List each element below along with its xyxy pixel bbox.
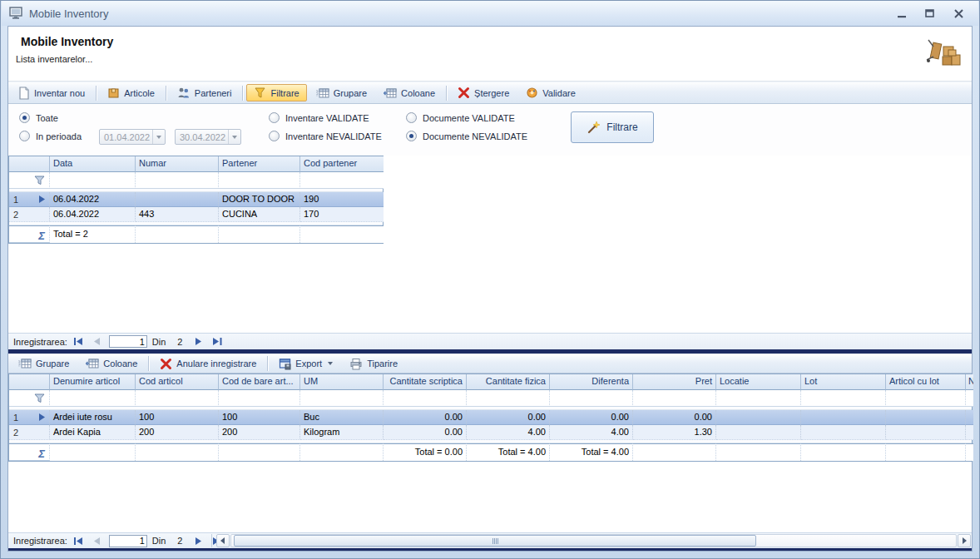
articles-button[interactable]: Articole xyxy=(100,84,162,101)
partners-button[interactable]: Parteneri xyxy=(170,84,240,101)
radio-in-perioada[interactable]: In perioada xyxy=(19,131,82,141)
cell-numar[interactable]: 443 xyxy=(136,207,219,222)
chevron-down-icon[interactable] xyxy=(228,130,240,144)
column-header[interactable]: Cod articol xyxy=(136,374,219,390)
cell-diferenta[interactable]: 4.00 xyxy=(550,425,633,440)
radio-documente-nevalidate[interactable]: Documente NEVALIDATE xyxy=(406,131,527,141)
filter-cell[interactable] xyxy=(219,390,300,407)
filter-cell[interactable] xyxy=(384,390,467,407)
table-row[interactable]: 1 Ardei iute rosu 100 100 Buc 0.00 0.00 … xyxy=(9,410,972,425)
group-button[interactable]: Grupare xyxy=(309,84,374,101)
column-header[interactable]: Diferenta xyxy=(550,374,633,390)
column-header[interactable]: Locatie xyxy=(716,374,801,390)
cell-cod-partener[interactable]: 170 xyxy=(300,207,384,222)
print-button[interactable]: Tiparire xyxy=(342,355,405,373)
filter-cell[interactable] xyxy=(136,390,219,407)
cell-articol-cu-lot[interactable] xyxy=(886,410,966,425)
scroll-left-icon[interactable] xyxy=(216,534,230,547)
filter-cell[interactable] xyxy=(886,390,966,407)
scroll-right-icon[interactable] xyxy=(958,534,971,547)
first-record-icon[interactable] xyxy=(72,336,86,348)
column-header[interactable]: Numar xyxy=(136,156,219,172)
filter-cell[interactable] xyxy=(716,390,801,407)
cell-partener[interactable]: CUCINA xyxy=(219,207,300,222)
cell-locatie[interactable] xyxy=(716,410,801,425)
next-record-icon[interactable] xyxy=(192,535,205,547)
column-header[interactable]: Cantitate fizica xyxy=(467,374,550,390)
previous-record-icon[interactable] xyxy=(91,336,104,348)
cell-lot[interactable] xyxy=(801,410,886,425)
cell-cantitate-scriptica[interactable]: 0.00 xyxy=(384,410,467,425)
radio-inventare-validate[interactable]: Inventare VALIDATE xyxy=(269,112,369,123)
column-header[interactable]: UM xyxy=(300,374,384,390)
record-number-input[interactable] xyxy=(109,335,147,348)
first-record-icon[interactable] xyxy=(72,535,86,547)
minimize-icon[interactable] xyxy=(895,7,908,19)
radio-documente-validate[interactable]: Documente VALIDATE xyxy=(406,112,515,123)
table-row[interactable]: 1 06.04.2022 DOOR TO DOOR 190 xyxy=(9,192,383,207)
cell-n[interactable] xyxy=(966,410,973,425)
chevron-down-icon[interactable] xyxy=(152,130,165,144)
cell-um[interactable]: Buc xyxy=(300,410,384,425)
column-header[interactable]: Data xyxy=(50,156,136,172)
column-header[interactable]: Pret xyxy=(633,374,716,390)
column-header[interactable]: Denumire articol xyxy=(50,374,136,390)
filter-cell[interactable] xyxy=(966,390,973,407)
cell-numar[interactable] xyxy=(136,192,219,207)
cell-cod-articol[interactable]: 100 xyxy=(136,410,219,425)
column-header[interactable]: Partener xyxy=(219,156,300,172)
filter-cell[interactable] xyxy=(219,172,300,189)
cell-articol-cu-lot[interactable] xyxy=(886,425,966,440)
export-dropdown-icon[interactable] xyxy=(328,362,333,365)
last-record-icon[interactable] xyxy=(210,336,224,348)
filter-button[interactable]: Filtrare xyxy=(246,84,306,101)
table-row[interactable]: 2 06.04.2022 443 CUCINA 170 xyxy=(9,207,383,222)
table-row[interactable]: 2 Ardei Kapia 200 200 Kilogram 0.00 4.00… xyxy=(9,425,972,440)
radio-toate[interactable]: Toate xyxy=(19,112,58,123)
delete-button[interactable]: Ștergere xyxy=(450,84,517,101)
cell-cod-articol[interactable]: 200 xyxy=(136,425,219,440)
radio-inventare-nevalidate[interactable]: Inventare NEVALIDATE xyxy=(269,131,382,141)
cell-lot[interactable] xyxy=(801,425,886,440)
apply-filter-button[interactable]: Filtrare xyxy=(571,111,654,143)
filter-cell[interactable] xyxy=(801,390,886,407)
cell-cod-bare[interactable]: 100 xyxy=(219,410,300,425)
date-from-combo[interactable]: 01.04.2022 xyxy=(99,129,166,145)
filter-cell[interactable] xyxy=(467,390,550,407)
export-button[interactable]: Export xyxy=(271,355,340,373)
cell-cantitate-fizica[interactable]: 4.00 xyxy=(467,425,550,440)
filter-cell[interactable] xyxy=(50,390,136,407)
filter-cell[interactable] xyxy=(633,390,716,407)
validate-button[interactable]: Validare xyxy=(518,84,583,101)
maximize-icon[interactable] xyxy=(923,7,937,19)
cancel-record-button[interactable]: Anulare inregistrare xyxy=(152,355,264,373)
previous-record-icon[interactable] xyxy=(91,535,104,547)
column-header[interactable]: Cod partener xyxy=(300,156,384,172)
cell-n[interactable] xyxy=(966,425,973,440)
cell-cod-bare[interactable]: 200 xyxy=(219,425,300,440)
cell-data[interactable]: 06.04.2022 xyxy=(50,207,136,222)
scrollbar-track[interactable] xyxy=(230,534,957,547)
close-icon[interactable] xyxy=(952,7,965,19)
detail-group-button[interactable]: Grupare xyxy=(11,355,77,373)
cell-cantitate-fizica[interactable]: 0.00 xyxy=(467,410,550,425)
cell-diferenta[interactable]: 0.00 xyxy=(550,410,633,425)
cell-um[interactable]: Kilogram xyxy=(300,425,384,440)
cell-partener[interactable]: DOOR TO DOOR xyxy=(219,192,300,207)
scrollbar-thumb[interactable] xyxy=(234,535,756,547)
column-header[interactable]: Cantitate scriptica xyxy=(384,374,467,390)
date-to-combo[interactable]: 30.04.2022 xyxy=(175,129,241,145)
filter-cell[interactable] xyxy=(550,390,633,407)
detail-columns-button[interactable]: Coloane xyxy=(78,355,145,373)
horizontal-scrollbar[interactable] xyxy=(216,534,971,547)
record-number-input[interactable] xyxy=(109,535,147,547)
columns-button[interactable]: Coloane xyxy=(376,84,443,101)
cell-denumire[interactable]: Ardei Kapia xyxy=(50,425,136,440)
cell-pret[interactable]: 1.30 xyxy=(633,425,716,440)
filter-cell[interactable] xyxy=(300,172,384,189)
cell-denumire[interactable]: Ardei iute rosu xyxy=(50,410,136,425)
new-inventory-button[interactable]: Inventar nou xyxy=(11,84,92,101)
column-header[interactable]: N xyxy=(966,374,973,390)
filter-cell[interactable] xyxy=(50,172,136,189)
column-header[interactable]: Lot xyxy=(801,374,886,390)
